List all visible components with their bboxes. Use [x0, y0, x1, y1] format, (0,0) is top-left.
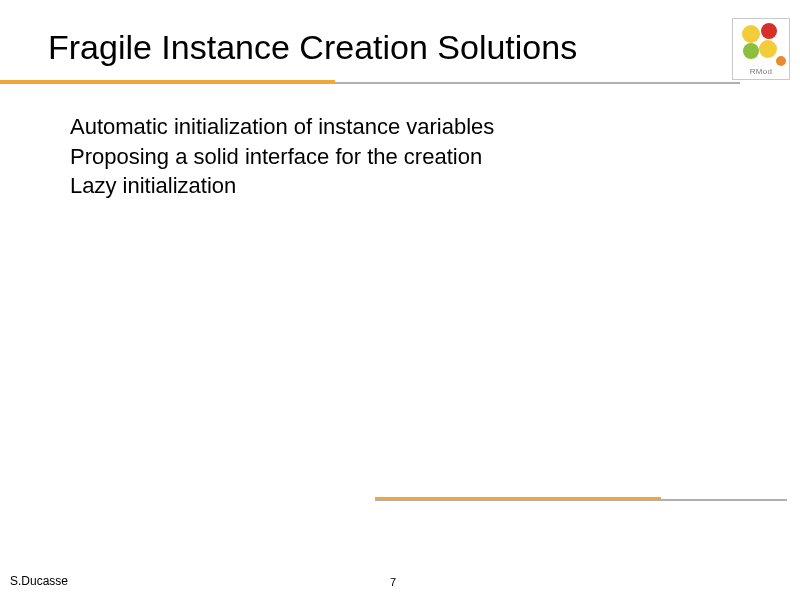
svg-point-0 [742, 25, 760, 43]
rmod-logo-icon [733, 19, 789, 67]
svg-point-3 [759, 40, 777, 58]
svg-point-4 [776, 56, 786, 66]
title-area: Fragile Instance Creation Solutions [48, 28, 710, 67]
svg-point-1 [761, 23, 777, 39]
title-underline-accent [0, 80, 335, 83]
body-line-1: Automatic initialization of instance var… [70, 112, 690, 142]
body-line-2: Proposing a solid interface for the crea… [70, 142, 690, 172]
footer-author: S.Ducasse [10, 574, 68, 588]
svg-point-2 [743, 43, 759, 59]
rmod-logo-label: RMod [733, 67, 789, 76]
body-line-3: Lazy initialization [70, 171, 690, 201]
lower-rule-accent [375, 497, 661, 500]
body-area: Automatic initialization of instance var… [70, 112, 690, 201]
page-number: 7 [390, 576, 396, 588]
rmod-logo: RMod [732, 18, 790, 80]
slide: Fragile Instance Creation Solutions Auto… [0, 0, 800, 600]
slide-title: Fragile Instance Creation Solutions [48, 28, 710, 67]
